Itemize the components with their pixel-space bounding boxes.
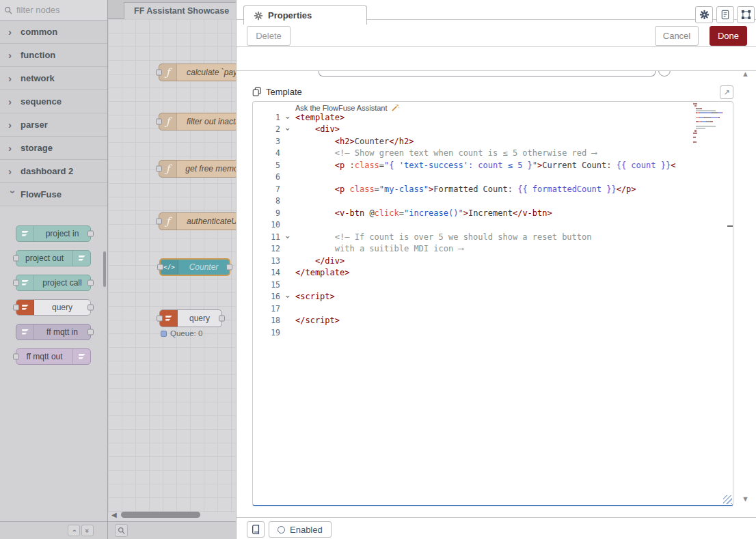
node-port-right[interactable] [219, 316, 225, 322]
minimap-segment [701, 121, 706, 122]
flow-node-get-free-memo[interactable]: ƒget free memo [159, 160, 236, 178]
flow-node-Counter[interactable]: </>Counter [159, 258, 230, 276]
code-line[interactable]: 2› <div> [253, 124, 733, 136]
palette-collapse-up-button[interactable]: › [68, 525, 80, 536]
hscroll-thumb[interactable] [121, 512, 200, 518]
code-line[interactable]: 9 <v-btn @click="increase()">Increment</… [253, 207, 733, 219]
palette-node-project-in[interactable]: project in [16, 225, 91, 242]
code-text: <div> [295, 124, 733, 134]
node-port-left[interactable] [156, 166, 162, 172]
node-port-left[interactable] [156, 70, 162, 76]
node-docs-button[interactable] [247, 521, 265, 538]
palette-filter-input[interactable] [15, 4, 103, 16]
palette-node-project-call[interactable]: project call [16, 275, 91, 291]
line-number: 2 [253, 124, 280, 134]
chevron-right-icon: › [8, 119, 21, 130]
code-line[interactable]: 14</template> [253, 267, 733, 279]
node-port-right[interactable] [226, 264, 232, 271]
minimap-line [693, 124, 727, 126]
code-line[interactable]: 8 [253, 195, 733, 208]
code-line[interactable]: 7 <p class="my-class">Formatted Count: {… [253, 183, 733, 195]
palette-category-dashboard-2[interactable]: ›dashboard 2 [0, 160, 107, 183]
code-text: </script> [295, 316, 733, 325]
code-line[interactable]: 11› <!— If count is over 5 we should sho… [253, 231, 733, 243]
flow-node-calculate-pay[interactable]: ƒcalculate `pay [159, 64, 236, 81]
fold-arrow-icon[interactable]: › [280, 124, 295, 134]
minimap-line [693, 110, 727, 112]
workspace-tab[interactable]: FF Assistant Showcase [124, 2, 236, 19]
function-f-icon: ƒ [166, 163, 170, 175]
code-line[interactable]: 10 [253, 219, 733, 232]
code-line[interactable]: 5 <p :class="{ 'text-success': count ≤ 5… [253, 159, 733, 171]
editor-resize-handle[interactable] [723, 495, 732, 504]
node-port-left[interactable] [157, 316, 163, 322]
minimap-line [693, 112, 727, 114]
node-status: Queue: 0 [161, 329, 202, 337]
palette-category-parser[interactable]: ›parser [0, 113, 107, 137]
editor-minimap[interactable] [693, 103, 727, 146]
fold-arrow-icon[interactable]: › [280, 113, 295, 122]
code-line[interactable]: 18</script> [253, 315, 733, 327]
overview-ruler-marker [727, 225, 733, 227]
dialog-scroll-down-arrow[interactable]: ▼ [742, 495, 749, 503]
delete-button[interactable]: Delete [247, 26, 291, 46]
palette-category-network[interactable]: ›network [0, 67, 107, 90]
code-line[interactable]: 15 [253, 279, 733, 291]
code-line[interactable]: 19 [253, 327, 733, 339]
done-button[interactable]: Done [710, 26, 747, 46]
code-token [295, 161, 335, 170]
palette-scrollbar-thumb[interactable] [103, 251, 106, 287]
palette-category-storage[interactable]: ›storage [0, 137, 107, 160]
minimap-segment [696, 128, 705, 129]
code-line[interactable]: 6 [253, 171, 733, 184]
cancel-button[interactable]: Cancel [655, 26, 699, 46]
flow-node-filter-out-inacti[interactable]: ƒfilter out inacti [159, 113, 236, 130]
workspace-zoom-button[interactable] [115, 524, 128, 537]
palette-collapse-down-button[interactable]: » [81, 525, 94, 536]
palette-category-function[interactable]: ›function [0, 44, 107, 67]
code-lines[interactable]: 1›<template>2› <div>3 <h2>Counter</h2>4 … [253, 111, 733, 339]
chevron-right-icon: › [8, 96, 21, 107]
dialog-scroll-up-arrow[interactable]: ▲ [742, 70, 749, 78]
code-line[interactable]: 4 <!— Show green text when count is ≤ 5 … [253, 148, 733, 160]
palette-category-common[interactable]: ›common [0, 20, 107, 44]
code-line[interactable]: 17 [253, 303, 733, 315]
node-port-left[interactable] [157, 264, 163, 271]
code-text [295, 280, 733, 290]
code-token: "increase()" [404, 208, 463, 218]
fold-arrow-icon[interactable]: › [280, 232, 295, 242]
node-enabled-toggle[interactable]: Enabled [269, 521, 332, 538]
node-appearance-button[interactable] [737, 6, 755, 23]
node-settings-button[interactable] [695, 6, 713, 23]
code-token: = [375, 184, 379, 194]
tab-properties-label: Properties [268, 10, 312, 20]
palette-category-sequence[interactable]: ›sequence [0, 90, 107, 113]
minimap-segment [700, 112, 707, 113]
node-icon-box [72, 251, 90, 266]
flow-node-query[interactable]: query [159, 309, 222, 327]
palette-category-FlowFuse[interactable]: ›FlowFuse [0, 183, 107, 206]
code-line[interactable]: 16›<script> [253, 291, 733, 303]
palette-node-ff-mqtt-out[interactable]: ff mqtt out [16, 348, 91, 365]
node-icon-box [16, 226, 34, 241]
flow-node-authenticateU[interactable]: ƒauthenticateU [159, 212, 236, 230]
palette-node-query[interactable]: query [16, 299, 91, 316]
palette-node-label: project call [34, 275, 90, 290]
fold-arrow-icon[interactable]: › [280, 292, 295, 301]
code-line[interactable]: 12 with a suitible MDI icon ⟶ [253, 243, 733, 255]
editor-expand-button[interactable]: ↗ [720, 85, 733, 99]
tab-properties[interactable]: Properties [243, 5, 367, 25]
code-line[interactable]: 13 </div> [253, 255, 733, 267]
palette-node-ff-mqtt-in[interactable]: ff mqtt in [16, 324, 91, 340]
node-port-left[interactable] [156, 119, 162, 125]
code-editor[interactable]: Ask the FlowFuse Assistant 1›<template>2… [252, 101, 733, 506]
node-description-button[interactable] [716, 6, 734, 23]
node-port-left[interactable] [156, 219, 162, 225]
palette-filter [0, 0, 107, 20]
code-line[interactable]: 3 <h2>Counter</h2> [253, 135, 733, 148]
palette-node-project-out[interactable]: project out [16, 250, 91, 266]
code-token: : [345, 161, 354, 170]
minimap-segment [694, 105, 697, 107]
hscroll-left-arrow[interactable]: ◀ [111, 511, 117, 519]
code-line[interactable]: 1›<template> [253, 111, 733, 124]
